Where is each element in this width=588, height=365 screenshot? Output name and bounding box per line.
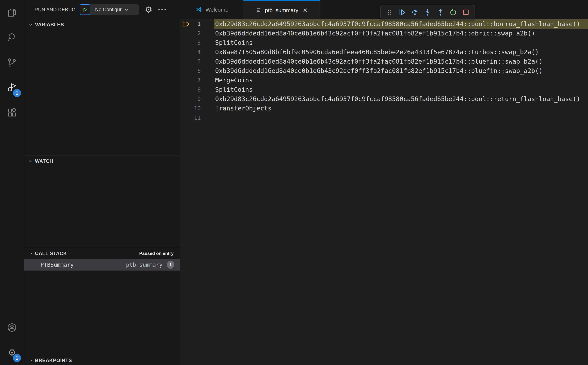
tab-label: Welcome <box>205 7 228 13</box>
code-line[interactable]: 5 0xb39d6dddedd16ed8a40ce0b1e6b43c92acf0… <box>180 57 588 66</box>
line-number[interactable]: 2 <box>191 29 201 38</box>
call-stack-section-header[interactable]: CALL STACK Paused on entry <box>24 248 180 259</box>
watch-section-header[interactable]: WATCH <box>24 156 180 167</box>
code-line[interactable]: 10 TransferObjects <box>180 104 588 113</box>
code-line[interactable]: 8 SplitCoins <box>180 85 588 94</box>
activity-item-source-control[interactable] <box>0 50 24 75</box>
play-icon <box>82 7 88 13</box>
line-number[interactable]: 4 <box>191 47 201 57</box>
tab-welcome[interactable]: Welcome <box>180 0 243 19</box>
line-number[interactable]: 1 <box>191 19 201 29</box>
breakpoints-section-label: BREAKPOINTS <box>35 358 72 363</box>
chevron-down-icon <box>28 159 33 164</box>
activity-item-accounts[interactable] <box>0 315 24 340</box>
restart-icon <box>449 8 457 16</box>
code-line[interactable]: 2 0xb39d6dddedd16ed8a40ce0b1e6b43c92acf0… <box>180 29 588 38</box>
account-icon <box>7 322 17 333</box>
code-line[interactable]: 9 0xb29d83c26cdd2a64959263abbcfc4a6937f0… <box>180 94 588 104</box>
stop-icon <box>462 8 470 16</box>
breakpoints-section-header[interactable]: BREAKPOINTS <box>24 355 180 365</box>
code-line[interactable]: 4 0x8ae871505a80d8bf6bf9c05906cda6edfeea… <box>180 47 588 57</box>
tab-label: ptb_summary <box>265 7 298 14</box>
line-number[interactable]: 7 <box>191 76 201 85</box>
restart-button[interactable] <box>448 7 458 17</box>
step-over-button[interactable] <box>410 7 420 17</box>
code-line[interactable]: 7 MergeCoins <box>180 76 588 85</box>
variables-section-label: VARIABLES <box>35 22 64 28</box>
file-list-icon <box>256 7 262 13</box>
step-out-button[interactable] <box>435 7 446 17</box>
chevron-down-icon <box>28 251 33 256</box>
more-actions-button[interactable]: ··· <box>158 8 167 12</box>
code-text: 0xb39d6dddedd16ed8a40ce0b1e6b43c92acf0ff… <box>214 29 588 38</box>
call-stack-frame[interactable]: PTBSummary ptb_summary 1 <box>24 259 180 271</box>
line-number[interactable]: 11 <box>191 113 201 122</box>
settings-badge: 1 <box>13 354 21 362</box>
code-line[interactable]: 1 0xb29d83c26cdd2a64959263abbcfc4a6937f0… <box>180 19 588 29</box>
code-line[interactable]: 3 SplitCoins <box>180 38 588 47</box>
configuration-dropdown[interactable]: No Configur <box>90 4 139 15</box>
activity-bar-spacer <box>0 125 24 315</box>
activity-item-settings[interactable]: ⚙ 1 <box>0 340 24 365</box>
continue-icon <box>398 8 406 16</box>
watch-section: WATCH <box>24 155 180 248</box>
code-text: SplitCoins <box>214 85 588 94</box>
code-text: 0xb29d83c26cdd2a64959263abbcfc4a6937f0c9… <box>214 94 588 104</box>
toolbar-drag-handle[interactable] <box>384 7 395 17</box>
chevron-down-icon <box>28 22 33 27</box>
watch-section-label: WATCH <box>35 158 53 164</box>
call-stack-section-label: CALL STACK <box>35 251 67 256</box>
variables-section-body <box>24 30 180 155</box>
code-text: TransferObjects <box>214 104 588 113</box>
frame-badge: 1 <box>167 261 174 269</box>
line-number[interactable]: 6 <box>191 66 201 76</box>
line-number[interactable]: 8 <box>191 85 201 94</box>
vscode-logo-icon <box>195 6 202 13</box>
call-stack-section: CALL STACK Paused on entry PTBSummary pt… <box>24 248 180 355</box>
code-line[interactable]: 11 <box>180 113 588 122</box>
start-debugging-button[interactable] <box>80 4 90 15</box>
call-stack-status: Paused on entry <box>139 251 174 256</box>
debug-badge: 1 <box>13 89 21 97</box>
source-control-icon <box>7 57 17 68</box>
sidebar-header: RUN AND DEBUG No Configur ⚙ ··· <box>24 0 180 19</box>
continue-button[interactable] <box>397 7 407 17</box>
frame-name: PTBSummary <box>41 261 74 268</box>
launch-control: No Configur <box>80 4 139 15</box>
activity-item-explorer[interactable] <box>0 0 24 25</box>
line-number[interactable]: 5 <box>191 57 201 66</box>
activity-item-run-and-debug[interactable]: 1 <box>0 75 24 100</box>
line-number[interactable]: 10 <box>191 104 201 113</box>
tab-close-button[interactable]: ✕ <box>303 7 308 13</box>
activity-item-extensions[interactable] <box>0 100 24 125</box>
code-text: 0x8ae871505a80d8bf6bf9c05906cda6edfeea46… <box>214 47 588 57</box>
variables-section: VARIABLES <box>24 19 180 155</box>
code-line[interactable]: 6 0xb39d6dddedd16ed8a40ce0b1e6b43c92acf0… <box>180 66 588 76</box>
step-into-button[interactable] <box>423 7 433 17</box>
code-text: SplitCoins <box>214 38 588 47</box>
code-text: MergeCoins <box>214 76 588 85</box>
line-number[interactable]: 3 <box>191 38 201 47</box>
code-text: 0xb39d6dddedd16ed8a40ce0b1e6b43c92acf0ff… <box>214 66 588 76</box>
watch-section-body <box>24 167 180 248</box>
activity-bar: 1 ⚙ 1 <box>0 0 24 365</box>
activity-item-search[interactable] <box>0 25 24 50</box>
line-number[interactable]: 9 <box>191 94 201 104</box>
tab-ptb-summary[interactable]: ptb_summary ✕ <box>243 0 320 19</box>
editor-group: Welcome ptb_summary ✕ <box>180 0 588 365</box>
sidebar-title: RUN AND DEBUG <box>35 7 76 13</box>
launch-config-gear-button[interactable]: ⚙ <box>145 6 152 14</box>
debug-current-line-icon[interactable] <box>180 21 191 27</box>
frame-meta: ptb_summary 1 <box>126 261 174 269</box>
code-editor[interactable]: 1 0xb29d83c26cdd2a64959263abbcfc4a6937f0… <box>180 19 588 365</box>
variables-section-header[interactable]: VARIABLES <box>24 19 180 30</box>
stop-button[interactable] <box>461 7 471 17</box>
debug-toolbar <box>380 5 475 20</box>
code-text: 0xb39d6dddedd16ed8a40ce0b1e6b43c92acf0ff… <box>214 57 588 66</box>
frame-source: ptb_summary <box>126 261 163 268</box>
chevron-down-icon <box>28 358 33 363</box>
step-over-icon <box>411 8 419 16</box>
step-out-icon <box>436 8 444 16</box>
configuration-label: No Configur <box>95 7 121 13</box>
run-and-debug-sidebar: RUN AND DEBUG No Configur ⚙ ··· VARIABLE… <box>24 0 180 365</box>
